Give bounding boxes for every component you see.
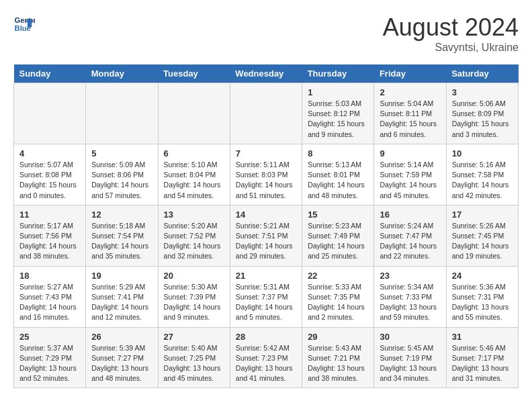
calendar-cell: 6Sunrise: 5:10 AM Sunset: 8:04 PM Daylig… — [158, 144, 230, 205]
day-info: Sunrise: 5:07 AM Sunset: 8:08 PM Dayligh… — [19, 160, 80, 201]
day-number: 9 — [380, 148, 440, 158]
day-number: 6 — [164, 148, 224, 158]
day-number: 16 — [380, 210, 440, 220]
day-number: 8 — [308, 148, 368, 158]
logo-icon: General Blue — [13, 13, 35, 35]
day-info: Sunrise: 5:46 AM Sunset: 7:17 PM Dayligh… — [452, 343, 513, 384]
day-info: Sunrise: 5:21 AM Sunset: 7:51 PM Dayligh… — [236, 221, 296, 262]
day-info: Sunrise: 5:42 AM Sunset: 7:23 PM Dayligh… — [236, 343, 296, 384]
calendar-cell: 19Sunrise: 5:29 AM Sunset: 7:41 PM Dayli… — [86, 266, 158, 327]
day-info: Sunrise: 5:23 AM Sunset: 7:49 PM Dayligh… — [308, 221, 368, 262]
calendar-cell: 15Sunrise: 5:23 AM Sunset: 7:49 PM Dayli… — [302, 205, 374, 266]
day-info: Sunrise: 5:31 AM Sunset: 7:37 PM Dayligh… — [236, 282, 296, 323]
day-number: 26 — [91, 332, 152, 342]
day-info: Sunrise: 5:27 AM Sunset: 7:43 PM Dayligh… — [19, 282, 80, 323]
calendar-cell: 16Sunrise: 5:24 AM Sunset: 7:47 PM Dayli… — [374, 205, 446, 266]
day-number: 31 — [452, 332, 513, 342]
day-number: 20 — [164, 271, 224, 281]
month-year: August 2024 — [383, 13, 519, 42]
calendar-cell — [158, 83, 230, 144]
day-info: Sunrise: 5:09 AM Sunset: 8:06 PM Dayligh… — [91, 160, 152, 201]
day-number: 22 — [308, 271, 368, 281]
day-number: 13 — [164, 210, 224, 220]
day-info: Sunrise: 5:11 AM Sunset: 8:03 PM Dayligh… — [236, 160, 296, 201]
weekday-header-friday: Friday — [374, 64, 446, 83]
day-info: Sunrise: 5:06 AM Sunset: 8:09 PM Dayligh… — [452, 99, 513, 140]
day-info: Sunrise: 5:39 AM Sunset: 7:27 PM Dayligh… — [91, 343, 152, 384]
weekday-header-sunday: Sunday — [14, 64, 86, 83]
calendar-cell: 21Sunrise: 5:31 AM Sunset: 7:37 PM Dayli… — [230, 266, 302, 327]
calendar-cell: 3Sunrise: 5:06 AM Sunset: 8:09 PM Daylig… — [446, 83, 518, 144]
day-number: 24 — [452, 271, 513, 281]
calendar-table: SundayMondayTuesdayWednesdayThursdayFrid… — [13, 64, 519, 388]
calendar-cell — [86, 83, 158, 144]
day-number: 2 — [380, 87, 440, 97]
calendar-cell: 18Sunrise: 5:27 AM Sunset: 7:43 PM Dayli… — [14, 266, 86, 327]
page-header: General Blue August 2024 Savyntsi, Ukrai… — [13, 13, 519, 54]
day-number: 27 — [164, 332, 224, 342]
calendar-cell: 29Sunrise: 5:43 AM Sunset: 7:21 PM Dayli… — [302, 327, 374, 388]
calendar-cell: 9Sunrise: 5:14 AM Sunset: 7:59 PM Daylig… — [374, 144, 446, 205]
day-number: 29 — [308, 332, 368, 342]
calendar-cell: 30Sunrise: 5:45 AM Sunset: 7:19 PM Dayli… — [374, 327, 446, 388]
calendar-cell: 22Sunrise: 5:33 AM Sunset: 7:35 PM Dayli… — [302, 266, 374, 327]
calendar-cell: 26Sunrise: 5:39 AM Sunset: 7:27 PM Dayli… — [86, 327, 158, 388]
day-info: Sunrise: 5:40 AM Sunset: 7:25 PM Dayligh… — [164, 343, 224, 384]
day-info: Sunrise: 5:29 AM Sunset: 7:41 PM Dayligh… — [91, 282, 152, 323]
title-block: August 2024 Savyntsi, Ukraine — [383, 13, 519, 54]
calendar-cell: 7Sunrise: 5:11 AM Sunset: 8:03 PM Daylig… — [230, 144, 302, 205]
day-number: 15 — [308, 210, 368, 220]
weekday-header-thursday: Thursday — [302, 64, 374, 83]
calendar-cell: 25Sunrise: 5:37 AM Sunset: 7:29 PM Dayli… — [14, 327, 86, 388]
calendar-cell: 4Sunrise: 5:07 AM Sunset: 8:08 PM Daylig… — [14, 144, 86, 205]
day-info: Sunrise: 5:03 AM Sunset: 8:12 PM Dayligh… — [308, 99, 368, 140]
calendar-cell: 13Sunrise: 5:20 AM Sunset: 7:52 PM Dayli… — [158, 205, 230, 266]
day-number: 12 — [91, 210, 152, 220]
location: Savyntsi, Ukraine — [383, 42, 519, 54]
day-number: 5 — [91, 148, 152, 158]
day-info: Sunrise: 5:37 AM Sunset: 7:29 PM Dayligh… — [19, 343, 80, 384]
day-info: Sunrise: 5:30 AM Sunset: 7:39 PM Dayligh… — [164, 282, 224, 323]
calendar-cell: 27Sunrise: 5:40 AM Sunset: 7:25 PM Dayli… — [158, 327, 230, 388]
calendar-cell: 14Sunrise: 5:21 AM Sunset: 7:51 PM Dayli… — [230, 205, 302, 266]
day-number: 3 — [452, 87, 513, 97]
day-number: 4 — [19, 148, 80, 158]
day-number: 17 — [452, 210, 513, 220]
calendar-cell: 28Sunrise: 5:42 AM Sunset: 7:23 PM Dayli… — [230, 327, 302, 388]
calendar-cell: 11Sunrise: 5:17 AM Sunset: 7:56 PM Dayli… — [14, 205, 86, 266]
day-number: 28 — [236, 332, 296, 342]
day-info: Sunrise: 5:13 AM Sunset: 8:01 PM Dayligh… — [308, 160, 368, 201]
calendar-cell: 10Sunrise: 5:16 AM Sunset: 7:58 PM Dayli… — [446, 144, 518, 205]
day-number: 1 — [308, 87, 368, 97]
day-info: Sunrise: 5:24 AM Sunset: 7:47 PM Dayligh… — [380, 221, 440, 262]
weekday-header-saturday: Saturday — [446, 64, 518, 83]
day-number: 25 — [19, 332, 80, 342]
day-number: 19 — [91, 271, 152, 281]
day-number: 18 — [19, 271, 80, 281]
calendar-cell: 5Sunrise: 5:09 AM Sunset: 8:06 PM Daylig… — [86, 144, 158, 205]
calendar-cell: 23Sunrise: 5:34 AM Sunset: 7:33 PM Dayli… — [374, 266, 446, 327]
day-info: Sunrise: 5:16 AM Sunset: 7:58 PM Dayligh… — [452, 160, 513, 201]
calendar-cell: 20Sunrise: 5:30 AM Sunset: 7:39 PM Dayli… — [158, 266, 230, 327]
calendar-cell: 1Sunrise: 5:03 AM Sunset: 8:12 PM Daylig… — [302, 83, 374, 144]
day-info: Sunrise: 5:17 AM Sunset: 7:56 PM Dayligh… — [19, 221, 80, 262]
logo: General Blue — [13, 13, 35, 35]
calendar-cell: 17Sunrise: 5:26 AM Sunset: 7:45 PM Dayli… — [446, 205, 518, 266]
day-info: Sunrise: 5:14 AM Sunset: 7:59 PM Dayligh… — [380, 160, 440, 201]
day-info: Sunrise: 5:33 AM Sunset: 7:35 PM Dayligh… — [308, 282, 368, 323]
day-info: Sunrise: 5:34 AM Sunset: 7:33 PM Dayligh… — [380, 282, 440, 323]
weekday-header-tuesday: Tuesday — [158, 64, 230, 83]
day-number: 21 — [236, 271, 296, 281]
day-info: Sunrise: 5:43 AM Sunset: 7:21 PM Dayligh… — [308, 343, 368, 384]
day-info: Sunrise: 5:10 AM Sunset: 8:04 PM Dayligh… — [164, 160, 224, 201]
calendar-cell: 12Sunrise: 5:18 AM Sunset: 7:54 PM Dayli… — [86, 205, 158, 266]
day-info: Sunrise: 5:36 AM Sunset: 7:31 PM Dayligh… — [452, 282, 513, 323]
calendar-cell: 2Sunrise: 5:04 AM Sunset: 8:11 PM Daylig… — [374, 83, 446, 144]
day-info: Sunrise: 5:26 AM Sunset: 7:45 PM Dayligh… — [452, 221, 513, 262]
day-info: Sunrise: 5:45 AM Sunset: 7:19 PM Dayligh… — [380, 343, 440, 384]
day-number: 10 — [452, 148, 513, 158]
calendar-cell: 24Sunrise: 5:36 AM Sunset: 7:31 PM Dayli… — [446, 266, 518, 327]
day-number: 14 — [236, 210, 296, 220]
calendar-cell — [230, 83, 302, 144]
calendar-cell — [14, 83, 86, 144]
